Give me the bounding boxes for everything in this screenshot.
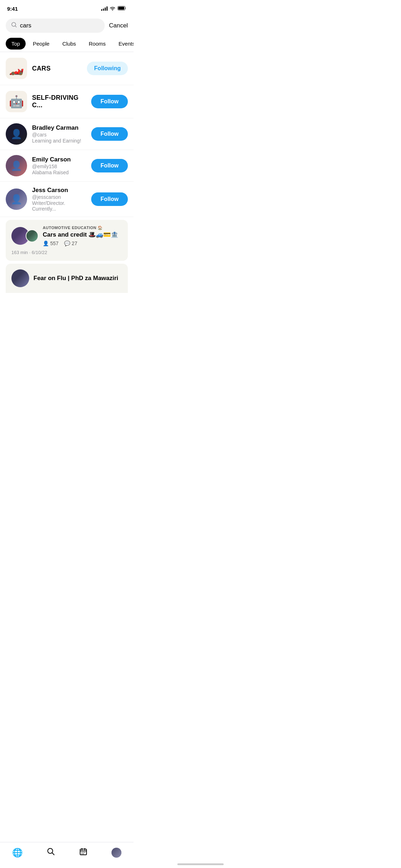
room-info: AUTOMOTIVE EDUCATION 🏠 Cars and credit 🎩… [43,226,122,246]
room-partial-title: Fear on Flu | PhD za Mawaziri [33,275,118,282]
room-title: Cars and credit 🎩🚙💳🏦 [43,231,122,238]
avatar-bradley: 👤 [6,123,27,145]
room-meta: 163 min · 6/10/22 [11,250,122,255]
list-item: 👤 Bradley Carman @cars Learning and Earn… [0,118,134,150]
person-info-bradley: Bradley Carman @cars Learning and Earnin… [32,124,86,144]
status-icons [101,6,126,11]
host-avatar-secondary [26,229,38,242]
room-hosts: AUTOMOTIVE EDUCATION 🏠 Cars and credit 🎩… [11,226,122,246]
follow-button-selfdriving[interactable]: Follow [91,95,128,108]
club-name-cars: CARS [32,65,51,72]
person-bio-bradley: Learning and Earning! [32,138,86,144]
person-name-bradley: Bradley Carman [32,124,86,131]
results-list: 🏎️ CARS Following 🤖 SELF-DRIVING C... Fo… [0,52,134,329]
search-input[interactable]: cars [20,22,31,29]
avatar-emily: 👤 [6,155,27,176]
search-area: cars Cancel [0,16,134,36]
room-category: AUTOMOTIVE EDUCATION 🏠 [43,226,122,230]
tab-events[interactable]: Events [113,38,134,50]
tab-people[interactable]: People [27,38,55,50]
tabs-row: Top People Clubs Rooms Events [0,36,134,52]
person-bio-emily: Alabama Raised [32,170,86,175]
person-handle-bradley: @cars [32,132,86,138]
room-card-fearflu[interactable]: Fear on Flu | PhD za Mawaziri [6,264,128,293]
person-bio-jess: Writer/Director. Currently... [32,200,86,212]
battery-icon [118,6,126,11]
wifi-icon [110,6,115,11]
tab-rooms[interactable]: Rooms [83,38,111,50]
svg-rect-1 [118,7,124,10]
avatar-jess: 👤 [6,188,27,210]
signal-icon [101,6,108,11]
tab-clubs[interactable]: Clubs [57,38,82,50]
cancel-button[interactable]: Cancel [109,22,128,29]
person-handle-jess: @jesscarson [32,194,86,200]
club-icon-selfdriving: 🤖 [6,91,27,112]
club-info-selfdriving: SELF-DRIVING C... [32,94,86,109]
room-card-automotive[interactable]: AUTOMOTIVE EDUCATION 🏠 Cars and credit 🎩… [6,220,128,261]
tab-top[interactable]: Top [6,38,26,50]
list-item: 🤖 SELF-DRIVING C... Follow [0,85,134,118]
listener-count: 👤 557 [43,241,58,246]
list-item: 🏎️ CARS Following [0,52,134,85]
club-icon-cars: 🏎️ [6,58,27,79]
list-item: 👤 Emily Carson @emily158 Alabama Raised … [0,150,134,181]
speaker-icon: 💬 [64,241,70,246]
follow-button-jess[interactable]: Follow [91,192,128,206]
search-input-wrapper[interactable]: cars [6,19,105,33]
club-name-selfdriving: SELF-DRIVING C... [32,94,79,109]
divider [0,217,134,217]
status-bar: 9:41 [0,0,134,16]
person-handle-emily: @emily158 [32,164,86,169]
person-info-jess: Jess Carson @jesscarson Writer/Director.… [32,187,86,212]
listener-icon: 👤 [43,241,49,246]
speaker-count: 💬 27 [64,241,77,246]
follow-button-bradley[interactable]: Follow [91,127,128,141]
person-info-emily: Emily Carson @emily158 Alabama Raised [32,156,86,175]
room-stats: 👤 557 💬 27 [43,241,122,246]
person-name-emily: Emily Carson [32,156,86,163]
status-time: 9:41 [7,6,18,12]
follow-button-emily[interactable]: Follow [91,159,128,172]
following-button-cars[interactable]: Following [87,62,128,75]
person-name-jess: Jess Carson [32,187,86,194]
search-icon [11,22,17,29]
room-partial-avatar [11,269,29,287]
list-item: 👤 Jess Carson @jesscarson Writer/Directo… [0,182,134,217]
club-info-cars: CARS [32,65,82,72]
